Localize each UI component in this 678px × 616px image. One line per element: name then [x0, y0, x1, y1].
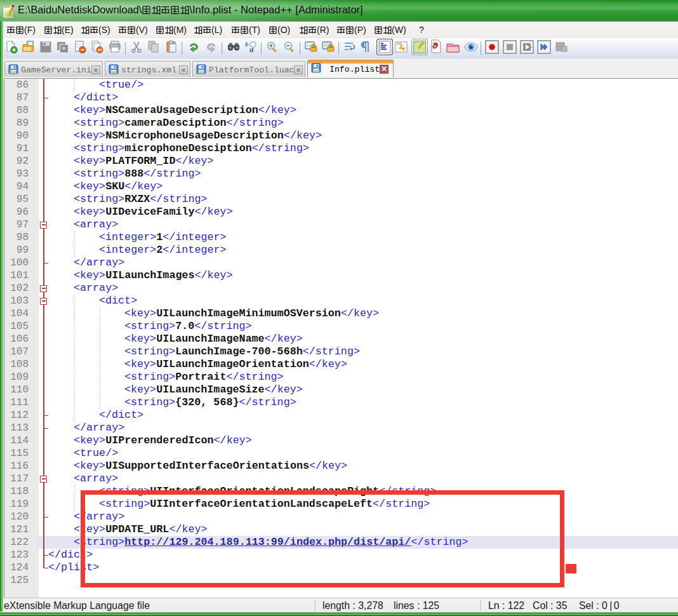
svg-text:b: b	[245, 40, 249, 48]
